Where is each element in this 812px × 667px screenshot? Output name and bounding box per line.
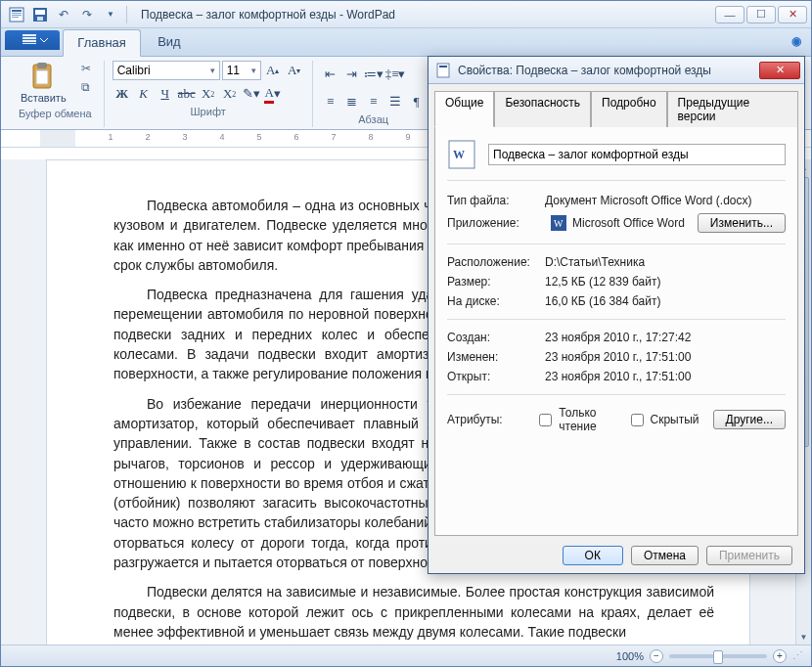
dialog-close-button[interactable]: ✕: [759, 62, 800, 79]
filename-input[interactable]: [488, 144, 786, 165]
attributes-label: Атрибуты:: [447, 413, 521, 426]
tab-general[interactable]: Общие: [434, 91, 494, 127]
align-right-icon[interactable]: ≡: [364, 92, 383, 111]
readonly-checkbox[interactable]: Только чтение: [535, 406, 612, 433]
hidden-checkbox[interactable]: Скрытый: [627, 411, 699, 429]
other-attributes-button[interactable]: Другие...: [713, 410, 786, 429]
increase-indent-icon[interactable]: ⇥: [342, 65, 362, 84]
cancel-button[interactable]: Отмена: [631, 546, 699, 565]
close-button[interactable]: ✕: [778, 6, 807, 23]
zoom-out-button[interactable]: −: [650, 649, 663, 663]
tab-security[interactable]: Безопасность: [494, 91, 591, 127]
location-label: Расположение:: [447, 255, 545, 269]
cut-icon[interactable]: ✂: [76, 61, 96, 76]
line-spacing-icon[interactable]: ‡≡▾: [385, 65, 406, 84]
size-on-disk-value: 16,0 КБ (16 384 байт): [545, 294, 786, 308]
font-group-label: Шрифт: [113, 104, 304, 119]
paste-label: Вставить: [21, 92, 67, 104]
application-label: Приложение:: [447, 216, 545, 230]
properties-icon: [436, 63, 452, 78]
ribbon-tabs: Главная Вид ◉: [1, 28, 811, 57]
app-menu-icon[interactable]: [7, 5, 26, 24]
accessed-value: 23 ноября 2010 г., 17:51:00: [545, 370, 786, 383]
tab-home[interactable]: Главная: [63, 29, 140, 57]
statusbar: 100% − + ⋰: [1, 645, 811, 666]
font-size-select[interactable]: 11▾: [222, 61, 261, 80]
group-paragraph: ⇤ ⇥ ≔▾ ‡≡▾ ≡ ≣ ≡ ☰ ¶ Абзац: [313, 61, 435, 127]
titlebar: ↶ ↷ ▼ Подвеска – залог комфортной езды -…: [1, 1, 811, 28]
change-app-button[interactable]: Изменить...: [698, 213, 786, 233]
decrease-indent-icon[interactable]: ⇤: [321, 65, 340, 84]
copy-icon[interactable]: ⧉: [76, 79, 96, 95]
font-color-button[interactable]: A▾: [263, 84, 283, 104]
shrink-font-icon[interactable]: A▾: [285, 61, 304, 80]
modified-label: Изменен:: [447, 350, 545, 364]
dialog-title: Свойства: Подвеска – залог комфортной ез…: [458, 64, 759, 77]
size-label: Размер:: [447, 275, 545, 289]
tab-details[interactable]: Подробно: [591, 91, 667, 127]
scroll-down-icon[interactable]: ▼: [796, 629, 811, 645]
paragraph: Подвески делятся на зависимые и независи…: [113, 582, 714, 642]
quick-access-toolbar: ↶ ↷ ▼: [1, 5, 135, 24]
grow-font-icon[interactable]: A▴: [263, 61, 283, 80]
application-value: Microsoft Office Word: [572, 216, 692, 230]
bold-button[interactable]: Ж: [113, 84, 132, 104]
qat-dropdown-icon[interactable]: ▼: [101, 5, 120, 24]
svg-rect-10: [23, 39, 36, 40]
filetype-label: Тип файла:: [447, 194, 545, 207]
properties-dialog: Свойства: Подвеска – залог комфортной ез…: [428, 56, 805, 574]
svg-rect-16: [439, 66, 447, 67]
undo-icon[interactable]: ↶: [54, 5, 73, 24]
wordpad-window: ↶ ↷ ▼ Подвеска – залог комфортной езды -…: [0, 0, 812, 667]
bullets-icon[interactable]: ≔▾: [364, 65, 383, 84]
svg-rect-9: [23, 36, 36, 37]
group-clipboard: Вставить ✂ ⧉ Буфер обмена: [7, 61, 105, 127]
redo-icon[interactable]: ↷: [77, 5, 97, 24]
strike-button[interactable]: abc: [177, 84, 197, 104]
dialog-titlebar[interactable]: Свойства: Подвеска – залог комфортной ез…: [429, 57, 804, 84]
align-justify-icon[interactable]: ☰: [385, 92, 405, 111]
italic-button[interactable]: К: [134, 84, 154, 104]
size-on-disk-label: На диске:: [447, 294, 545, 308]
filetype-value: Документ Microsoft Office Word (.docx): [545, 194, 786, 207]
tab-previous-versions[interactable]: Предыдущие версии: [667, 91, 798, 127]
zoom-label: 100%: [616, 650, 644, 662]
zoom-in-button[interactable]: +: [773, 649, 787, 663]
svg-rect-3: [12, 15, 22, 16]
svg-rect-14: [36, 70, 48, 84]
created-value: 23 ноября 2010 г., 17:27:42: [545, 331, 786, 344]
superscript-button[interactable]: X2: [220, 84, 240, 104]
group-font: Calibri▾ 11▾ A▴ A▾ Ж К Ч abc X2 X2 ✎▾ A▾…: [105, 61, 313, 127]
svg-rect-13: [37, 63, 47, 68]
align-center-icon[interactable]: ≣: [342, 92, 362, 111]
svg-text:W: W: [453, 148, 465, 161]
dialog-tabstrip: Общие Безопасность Подробно Предыдущие в…: [434, 90, 798, 127]
minimize-button[interactable]: —: [715, 6, 744, 23]
zoom-slider[interactable]: [669, 654, 767, 658]
highlight-button[interactable]: ✎▾: [242, 84, 261, 104]
modified-value: 23 ноября 2010 г., 17:51:00: [545, 350, 786, 364]
svg-rect-4: [12, 17, 19, 18]
apply-button[interactable]: Применить: [706, 546, 792, 565]
word-icon: W: [551, 215, 566, 231]
separator: [126, 6, 127, 23]
maximize-button[interactable]: ☐: [746, 6, 776, 23]
file-menu-button[interactable]: [5, 30, 60, 50]
tab-view[interactable]: Вид: [144, 29, 195, 55]
paragraph-dialog-icon[interactable]: ¶: [407, 92, 427, 111]
dialog-buttons: ОК Отмена Применить: [434, 536, 798, 567]
svg-rect-1: [12, 10, 22, 12]
location-value: D:\Статьи\Техника: [545, 255, 786, 269]
resize-grip-icon[interactable]: ⋰: [792, 649, 803, 662]
window-controls: — ☐ ✕: [715, 6, 811, 23]
save-icon[interactable]: [30, 5, 50, 24]
align-left-icon[interactable]: ≡: [321, 92, 340, 111]
paste-button[interactable]: Вставить: [15, 61, 72, 106]
font-name-select[interactable]: Calibri▾: [113, 61, 220, 80]
svg-rect-7: [37, 17, 43, 21]
help-icon[interactable]: ◉: [782, 28, 811, 54]
subscript-button[interactable]: X2: [199, 84, 218, 104]
underline-button[interactable]: Ч: [156, 84, 175, 104]
ok-button[interactable]: ОК: [563, 546, 623, 565]
svg-rect-6: [35, 10, 45, 15]
